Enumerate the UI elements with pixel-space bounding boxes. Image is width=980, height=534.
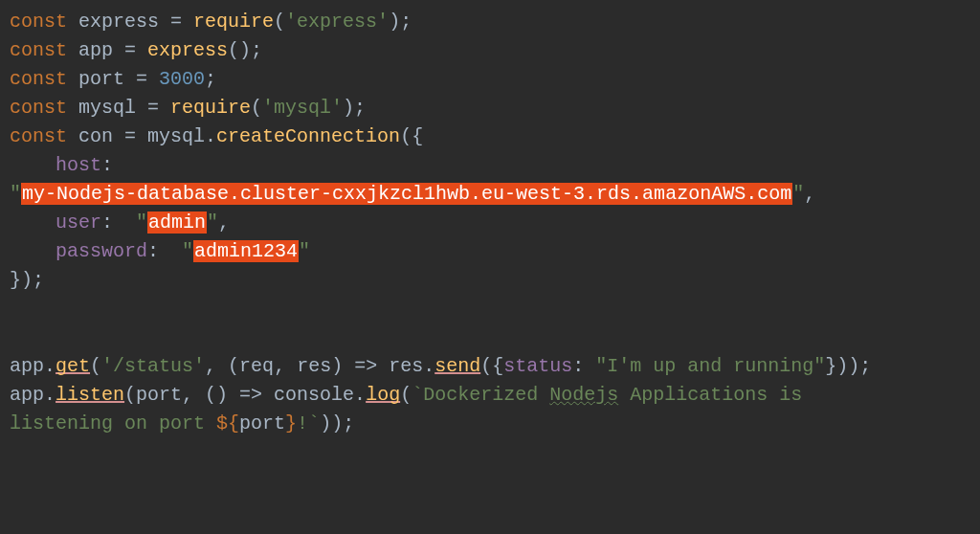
var-port: port [78, 68, 124, 90]
highlighted-password: admin1234 [193, 240, 299, 262]
fn-require: require [193, 11, 274, 33]
var-mysql: mysql [78, 97, 136, 119]
fn-listen: listen [56, 384, 124, 406]
code-line: const port = 3000; [10, 68, 216, 90]
key-status: status [503, 355, 572, 377]
var-app: app [78, 39, 113, 61]
highlighted-host: my-Nodejs-database.cluster-cxxjkzcl1hwb.… [21, 183, 792, 205]
code-line: }); [10, 269, 44, 291]
fn-createConnection: createConnection [216, 125, 400, 147]
string-route: '/status' [101, 355, 205, 377]
fn-log: log [366, 384, 400, 406]
code-line: app.get('/status', (req, res) => res.sen… [10, 355, 871, 377]
code-line: user: "admin", [10, 211, 230, 234]
code-line: password: "admin1234" [10, 240, 310, 262]
blank-line [10, 326, 21, 348]
string-status-msg: "I'm up and running" [595, 355, 825, 377]
code-line: listening on port ${port}!`)); [10, 412, 354, 434]
code-line: const app = express(); [10, 39, 262, 61]
blank-line [10, 298, 21, 320]
keyword-const: const [10, 11, 67, 33]
var-express: express [78, 11, 159, 33]
key-password: password [56, 240, 147, 262]
key-user: user [56, 211, 101, 234]
template-var-port: port [239, 412, 285, 434]
key-host: host [56, 154, 101, 176]
code-line: const con = mysql.createConnection({ [10, 125, 423, 147]
number-port: 3000 [159, 68, 205, 90]
code-line: app.listen(port, () => console.log(`Dock… [10, 384, 813, 406]
template-close: } [285, 412, 297, 434]
code-line: const mysql = require('mysql'); [10, 97, 366, 119]
fn-send: send [434, 355, 480, 377]
string-mysql: 'mysql' [262, 97, 343, 119]
code-line: "my-Nodejs-database.cluster-cxxjkzcl1hwb… [10, 183, 815, 205]
string-express: 'express' [285, 11, 389, 33]
template-open: ${ [216, 412, 239, 434]
code-editor[interactable]: const express = require('express'); cons… [0, 0, 980, 446]
var-con: con [78, 125, 113, 147]
code-line: const express = require('express'); [10, 11, 412, 33]
fn-get: get [56, 355, 90, 377]
punct: = [159, 11, 193, 33]
code-line: host: [10, 154, 113, 176]
spell-warn-nodejs: Nodejs [549, 384, 618, 406]
fn-express-call: express [147, 39, 228, 61]
highlighted-user: admin [147, 211, 207, 234]
